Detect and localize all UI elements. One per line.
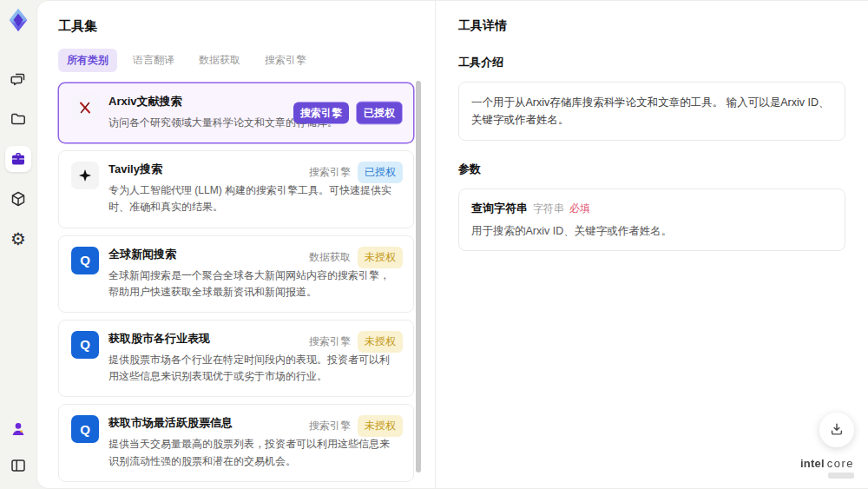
sidebar-item-chat[interactable] bbox=[5, 66, 31, 92]
core-wordmark: core bbox=[827, 457, 854, 470]
gear-icon: ⚙ bbox=[10, 230, 26, 248]
arxiv-logo-icon bbox=[71, 94, 99, 122]
chat-bubbles-icon bbox=[10, 70, 27, 88]
intro-section-title: 工具介绍 bbox=[458, 55, 845, 70]
tab-search[interactable]: 搜索引擎 bbox=[256, 49, 315, 72]
app-logo-icon bbox=[5, 7, 31, 33]
app-window: ⚙ bbox=[0, 0, 868, 489]
left-rail: ⚙ bbox=[0, 0, 36, 489]
card-tags: 数据获取 未授权 bbox=[309, 247, 403, 268]
card-tags: 搜索引擎 未授权 bbox=[309, 415, 403, 437]
category-badge: 搜索引擎 bbox=[309, 165, 351, 180]
tool-description: 提供当天交易量最高的股票列表，投资者可以利用这些信息来识别流动性强的股票和潜在的… bbox=[108, 436, 403, 469]
tool-card[interactable]: Arxiv文献搜索 访问各个研究领域大量科学论文和文章的存储库。 搜索引擎 已授… bbox=[58, 83, 414, 143]
blue-q-app-icon: Q bbox=[71, 331, 99, 359]
rail-bottom bbox=[5, 416, 31, 479]
tool-card[interactable]: Tavily搜索 专为人工智能代理 (LLM) 构建的搜索引擎工具。可快速提供实… bbox=[58, 150, 414, 228]
sidebar-item-profile[interactable] bbox=[5, 416, 31, 442]
auth-status-badge: 未授权 bbox=[358, 247, 403, 268]
download-button[interactable] bbox=[819, 413, 854, 447]
tool-detail-pane: 工具详情 工具介绍 一个用于从Arxiv存储库搜索科学论文和文章的工具。 输入可… bbox=[435, 1, 868, 488]
param-description: 用于搜索的Arxiv ID、关键字或作者姓名。 bbox=[471, 224, 832, 239]
category-badge: 搜索引擎 bbox=[309, 419, 351, 433]
params-section-title: 参数 bbox=[458, 162, 845, 177]
tab-translate[interactable]: 语言翻译 bbox=[124, 49, 183, 72]
tab-data[interactable]: 数据获取 bbox=[190, 49, 249, 72]
sparkle-icon bbox=[71, 162, 99, 189]
intel-core-logo: intelcore bbox=[800, 457, 854, 479]
card-tags: 搜索引擎 已授权 bbox=[293, 102, 403, 125]
tab-all[interactable]: 所有类别 bbox=[58, 49, 117, 72]
main-surface: 工具集 所有类别语言翻译数据获取搜索引擎 Arxiv文献搜索 访问各个研究领域大… bbox=[36, 0, 868, 489]
param-required-badge: 必填 bbox=[569, 202, 590, 216]
user-avatar-icon bbox=[10, 420, 27, 438]
tool-list-pane: 工具集 所有类别语言翻译数据获取搜索引擎 Arxiv文献搜索 访问各个研究领域大… bbox=[37, 1, 435, 488]
intro-text: 一个用于从Arxiv存储库搜索科学论文和文章的工具。 输入可以是Arxiv ID… bbox=[471, 94, 832, 129]
tool-card[interactable]: Q 获取市场最活跃股票信息 提供当天交易量最高的股票列表，投资者可以利用这些信息… bbox=[58, 404, 414, 481]
card-tags: 搜索引擎 未授权 bbox=[309, 331, 403, 353]
intel-core-text: intelcore bbox=[800, 457, 854, 470]
category-badge: 搜索引擎 bbox=[293, 102, 349, 124]
download-icon bbox=[829, 421, 845, 439]
auth-status-badge: 已授权 bbox=[358, 162, 403, 183]
intel-sub-mark bbox=[828, 472, 854, 479]
sidebar-item-settings[interactable]: ⚙ bbox=[5, 226, 31, 252]
tool-card-list: Arxiv文献搜索 访问各个研究领域大量科学论文和文章的存储库。 搜索引擎 已授… bbox=[58, 83, 414, 489]
list-scrollbar[interactable] bbox=[416, 81, 421, 472]
intel-wordmark: intel bbox=[800, 457, 825, 470]
sidebar-item-tools[interactable] bbox=[5, 146, 31, 172]
blue-q-app-icon: Q bbox=[71, 415, 99, 443]
auth-status-badge: 已授权 bbox=[356, 102, 403, 125]
blue-q-app-icon: Q bbox=[71, 247, 99, 274]
category-badge: 数据获取 bbox=[309, 250, 351, 265]
detail-title: 工具详情 bbox=[458, 18, 845, 34]
tool-description: 专为人工智能代理 (LLM) 构建的搜索引擎工具。可快速提供实时、准确和真实的结… bbox=[108, 182, 403, 215]
folder-icon bbox=[10, 110, 27, 128]
sidebar-item-files[interactable] bbox=[5, 106, 31, 132]
tool-description: 全球新闻搜索是一个聚合全球各大新闻网站内容的搜索引擎，帮助用户快速获取全球最新资… bbox=[108, 268, 403, 301]
param-type: 字符串 bbox=[533, 202, 564, 216]
param-header: 查询字符串 字符串 必填 bbox=[471, 201, 832, 216]
tool-description: 提供股票市场各个行业在特定时间段内的表现。投资者可以利用这些信息来识别表现优于或… bbox=[108, 352, 403, 385]
card-tags: 搜索引擎 已授权 bbox=[309, 162, 403, 183]
rail-nav: ⚙ bbox=[5, 66, 31, 252]
tool-card[interactable]: Q 全球新闻搜索 全球新闻搜索是一个聚合全球各大新闻网站内容的搜索引擎，帮助用户… bbox=[58, 235, 414, 313]
param-name: 查询字符串 bbox=[471, 201, 528, 216]
page-title: 工具集 bbox=[58, 18, 435, 35]
sidebar-item-models[interactable] bbox=[5, 186, 31, 212]
tool-card[interactable]: Q 获取股市各行业表现 提供股票市场各个行业在特定时间段内的表现。投资者可以利用… bbox=[58, 320, 414, 397]
auth-status-badge: 未授权 bbox=[358, 415, 403, 437]
intro-box: 一个用于从Arxiv存储库搜索科学论文和文章的工具。 输入可以是Arxiv ID… bbox=[458, 82, 845, 141]
category-tabs: 所有类别语言翻译数据获取搜索引擎 bbox=[58, 49, 435, 72]
briefcase-icon bbox=[10, 150, 27, 168]
auth-status-badge: 未授权 bbox=[358, 331, 403, 353]
category-badge: 搜索引擎 bbox=[309, 334, 351, 349]
panel-collapse-icon bbox=[10, 457, 27, 474]
sidebar-item-collapse[interactable] bbox=[5, 453, 31, 479]
param-box: 查询字符串 字符串 必填 用于搜索的Arxiv ID、关键字或作者姓名。 bbox=[458, 188, 845, 251]
cube-icon bbox=[10, 190, 27, 208]
